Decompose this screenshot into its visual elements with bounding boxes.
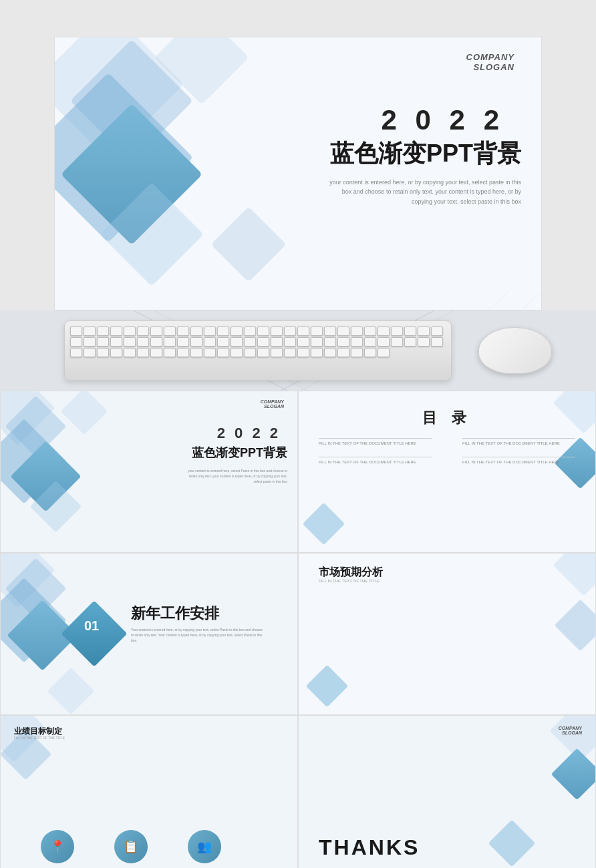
keyboard-key — [97, 327, 109, 336]
slide5-icon-2: 📋 — [114, 830, 148, 863]
toc-row-2: FILL IN THE TEXT OF THE DOCUMENT TITLE H… — [319, 457, 575, 465]
slide2-sq-r1 — [553, 391, 596, 433]
keyboard-key — [177, 348, 189, 357]
keyboard-key — [190, 337, 202, 347]
toc-divider-1 — [319, 438, 432, 439]
keyboard-key — [324, 327, 336, 336]
keyboard-key — [364, 327, 376, 336]
keyboard-key — [337, 337, 349, 347]
keyboard-key — [164, 348, 176, 357]
keyboard-key — [351, 337, 363, 347]
keyboard-key — [137, 337, 149, 347]
toc-items: FILL IN THE TEXT OF THE DOCUMENT TITLE H… — [319, 438, 575, 475]
keyboard-key — [84, 327, 96, 336]
keyboard-key — [311, 327, 323, 336]
slide4-title: 市场预期分析 — [319, 566, 383, 580]
toc-label-2: FILL IN THE TEXT OF THE DOCUMENT TITLE H… — [462, 441, 575, 447]
keyboard-key — [84, 337, 96, 347]
hero-decorative — [54, 37, 315, 304]
keyboard-key — [231, 337, 243, 347]
keyboard-key — [190, 348, 202, 357]
keyboard-key — [204, 327, 216, 336]
keyboard-key — [110, 348, 122, 357]
keyboard-key — [337, 327, 349, 336]
slide1-subtitle: your content is entered here, select Pas… — [180, 468, 287, 484]
slide1-company-slogan: COMPANY SLOGAN — [261, 399, 284, 409]
keyboard-key — [150, 337, 162, 347]
keyboard-key — [124, 348, 136, 357]
keyboard-key — [231, 327, 243, 336]
slides-grid: COMPANY SLOGAN 2 0 2 2 蓝色渐变PPT背景 your co… — [0, 391, 596, 868]
svg-line-0 — [309, 291, 541, 310]
keyboard-key — [217, 348, 229, 357]
keyboard-key — [297, 348, 309, 357]
keyboard-key — [70, 348, 82, 357]
keyboard-key — [97, 337, 109, 347]
company-slogan: COMPANY SLOGAN — [466, 52, 514, 72]
toc-row-1: FILL IN THE TEXT OF THE DOCUMENT TITLE H… — [319, 438, 575, 447]
keyboard-key — [257, 348, 269, 357]
keyboard-key — [271, 337, 283, 347]
slide5-subtitle: FILL IN THE TEXT OF THE TITLE — [14, 736, 65, 740]
keyboard-key — [378, 337, 390, 347]
keyboard-key — [257, 327, 269, 336]
keyboard-key — [431, 337, 443, 347]
keyboard-section: // Will be rendered by inline generation… — [0, 310, 596, 391]
toc-title: 目 录 — [422, 408, 472, 428]
keyboard-key — [150, 327, 162, 336]
toc-divider-4 — [462, 457, 575, 457]
slide2-sq-l — [303, 503, 345, 546]
keyboard-keys: // Will be rendered by inline generation… — [65, 321, 451, 363]
slide4-subtitle: FILL IN THE TEXT OF THE TITLE — [319, 579, 380, 583]
slide1-sq5 — [61, 391, 108, 435]
hero-subtitle: your content is entered here, or by copy… — [321, 178, 521, 206]
toc-item-2: FILL IN THE TEXT OF THE DOCUMENT TITLE H… — [462, 438, 575, 447]
keyboard-key — [404, 337, 416, 347]
toc-item-3: FILL IN THE TEXT OF THE DOCUMENT TITLE H… — [319, 457, 432, 465]
keyboard-key — [70, 337, 82, 347]
hero-sq-7 — [210, 206, 286, 282]
keyboard-key — [364, 348, 376, 357]
keyboard-key — [351, 327, 363, 336]
toc-item-1: FILL IN THE TEXT OF THE DOCUMENT TITLE H… — [319, 438, 432, 447]
slide-thumb-4: 市场预期分析 FILL IN THE TEXT OF THE TITLE — [298, 553, 596, 715]
keyboard-key — [378, 327, 390, 336]
slide1-title: 蓝色渐变PPT背景 — [192, 445, 287, 461]
hero-main-title: 蓝色渐变PPT背景 — [330, 138, 521, 170]
keyboard-key — [337, 348, 349, 357]
keyboard-key — [231, 348, 243, 357]
slide4-sq-l — [306, 665, 349, 708]
slide3-number: 01 — [84, 618, 99, 634]
keyboard-key — [110, 327, 122, 336]
keyboard-key — [110, 337, 122, 347]
toc-divider-3 — [319, 457, 432, 457]
keyboard-key — [204, 337, 216, 347]
toc-label-1: FILL IN THE TEXT OF THE DOCUMENT TITLE H… — [319, 441, 432, 447]
keyboard-key — [244, 348, 256, 357]
slide-thumb-3: 01 新年工作安排 Your content is entered here, … — [0, 553, 298, 715]
keyboard-key — [257, 337, 269, 347]
keyboard-key — [271, 327, 283, 336]
keyboard-key — [150, 348, 162, 357]
keyboard-key — [84, 348, 96, 357]
keyboard-key — [164, 327, 176, 336]
keyboard-key — [324, 348, 336, 357]
toc-label-4: FILL IN THE TEXT OF THE DOCUMENT TITLE H… — [462, 459, 575, 465]
keyboard-key — [204, 348, 216, 357]
hero-slide: COMPANY SLOGAN 2 0 2 2 蓝色渐变PPT背景 your co… — [54, 37, 542, 310]
slide6-thanks: THANKS — [319, 835, 420, 860]
slide3-title: 新年工作安排 — [131, 604, 219, 624]
slide5-icon-3: 👥 — [188, 830, 221, 863]
slide-thumb-6: COMPANY SLOGAN THANKS — [298, 715, 596, 868]
hero-year: 2 0 2 2 — [382, 104, 504, 136]
slide-thumb-1: COMPANY SLOGAN 2 0 2 2 蓝色渐变PPT背景 your co… — [0, 391, 298, 553]
slide6-company-slogan: COMPANY SLOGAN — [559, 726, 582, 735]
keyboard-key — [217, 327, 229, 336]
keyboard-key — [177, 337, 189, 347]
keyboard-key — [177, 327, 189, 336]
keyboard-key — [97, 348, 109, 357]
keyboard-key — [351, 348, 363, 357]
keyboard-key — [378, 348, 390, 357]
slide6-sq-r2 — [551, 748, 596, 801]
keyboard-key — [418, 327, 430, 336]
